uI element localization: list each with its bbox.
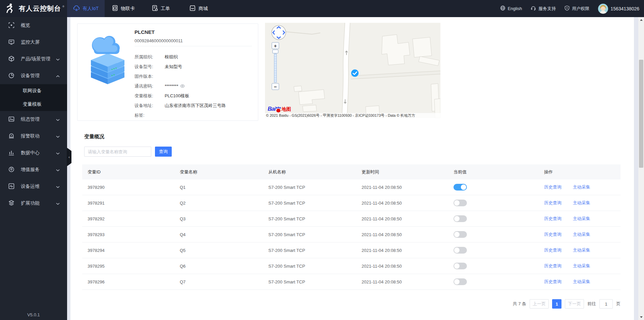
vertical-scrollbar[interactable] [638, 17, 644, 320]
pie-chart-icon [8, 72, 14, 79]
prev-page-button[interactable]: 上一页 [530, 299, 549, 309]
permission-label: 用户权限 [572, 6, 589, 12]
tab-work-order[interactable]: 工单 [142, 0, 180, 17]
device-fields: 所属组织: 根组织 设备型号: 未知型号 固件版本: 通讯密码: *******… [135, 52, 255, 120]
sidebar-item-device-management[interactable]: 设备管理 [0, 67, 67, 84]
device-illustration [86, 33, 129, 92]
map-zoom-out-button[interactable]: − [272, 83, 279, 90]
table-row: 3978290 Q1 S7-200 Smart TCP 2021-11-04 2… [82, 179, 621, 195]
sidebar-item-alarm-linkage[interactable]: 报警联动 [0, 128, 67, 145]
sidebar-item-product-scene[interactable]: 产品/场景管理 [0, 51, 67, 67]
sidebar-item-monitor-screen[interactable]: 监控大屏 [0, 34, 67, 51]
current-value-toggle[interactable] [453, 215, 467, 222]
table-row: 3978294 Q5 S7-200 Smart TCP 2021-11-04 2… [82, 243, 621, 258]
avatar [598, 4, 608, 14]
value-added-icon [8, 166, 14, 173]
sidebar-item-device-ops[interactable]: 设备运维 [0, 178, 67, 195]
scroll-up-arrow[interactable] [638, 17, 644, 23]
cell-variable-id: 3978294 [82, 248, 174, 253]
sidebar-nav: 概览 监控大屏 产品/场景管理 设备 [0, 17, 67, 320]
map-pan-control[interactable] [271, 25, 286, 42]
chevron-down-icon [56, 134, 60, 139]
cell-variable-id: 3978291 [82, 201, 174, 206]
active-collect-link[interactable]: 主动采集 [573, 279, 590, 284]
map-device-marker[interactable] [351, 69, 359, 78]
tab-label: 工单 [161, 6, 170, 12]
table-row: 3978296 Q7 S7-200 Smart TCP 2021-11-04 2… [82, 274, 621, 290]
bar-chart-icon [8, 150, 14, 157]
storefront-icon [189, 5, 196, 12]
map-zoom-slider-thumb[interactable] [272, 50, 278, 53]
scroll-down-arrow[interactable] [638, 314, 644, 320]
history-query-link[interactable]: 历史查询 [544, 263, 561, 268]
sidebar-subitem-networked-devices[interactable]: 联网设备 [0, 84, 67, 98]
user-account[interactable]: 15634138026 [598, 4, 639, 14]
history-query-link[interactable]: 历史查询 [544, 232, 561, 237]
device-management-submenu: 联网设备 变量模板 [0, 84, 67, 111]
next-page-button[interactable]: 下一页 [565, 299, 584, 309]
sidebar-item-overview[interactable]: 概览 [0, 17, 67, 34]
sidebar-item-label: 组态管理 [21, 116, 40, 122]
current-value-toggle[interactable] [453, 184, 467, 191]
service-support[interactable]: 服务支持 [531, 5, 556, 12]
variables-table: 变量ID 变量名称 从机名称 更新时间 当前值 操作 3978290 Q1 S7… [82, 164, 621, 290]
current-value-toggle[interactable] [453, 247, 467, 254]
active-collect-link[interactable]: 主动采集 [573, 248, 590, 253]
goto-label: 前往 [587, 301, 596, 307]
cell-variable-name: Q1 [174, 185, 263, 190]
usr-person-logo-icon [5, 3, 15, 14]
sidebar-item-value-added-services[interactable]: 增值服务 [0, 161, 67, 178]
history-query-link[interactable]: 历史查询 [544, 248, 561, 253]
current-value-toggle[interactable] [453, 263, 467, 269]
scrollbar-thumb[interactable] [639, 60, 643, 168]
table-row: 3978292 Q3 S7-200 Smart TCP 2021-11-04 2… [82, 211, 621, 227]
history-query-link[interactable]: 历史查询 [544, 279, 561, 284]
cell-variable-id: 3978292 [82, 216, 174, 221]
brand-logo[interactable]: 有人云控制台 ® [0, 0, 67, 17]
current-value-toggle[interactable] [453, 200, 467, 206]
tab-usr-iot[interactable]: 有人IoT [67, 0, 105, 17]
active-collect-link[interactable]: 主动采集 [573, 184, 590, 190]
sidebar-item-label: 增值服务 [21, 167, 40, 173]
field-address: 设备地址: 山东省济南市历下区茂岭三号路 [135, 101, 255, 110]
field-variable-template: 变量模板: PLC100模板 [135, 91, 255, 101]
tab-mall[interactable]: 商城 [180, 0, 217, 17]
sidebar-item-data-center[interactable]: 数据中心 [0, 145, 67, 161]
active-collect-link[interactable]: 主动采集 [573, 232, 590, 237]
active-collect-link[interactable]: 主动采集 [573, 263, 590, 268]
history-query-link[interactable]: 历史查询 [544, 216, 561, 221]
history-query-link[interactable]: 历史查询 [544, 200, 561, 205]
active-collect-link[interactable]: 主动采集 [573, 216, 590, 221]
baidu-map[interactable]: + − Bai 地图 © 2021 Baidu - GS(2021)6026号 … [265, 23, 440, 118]
app-title: 有人云控制台 [19, 4, 61, 13]
sidebar-subitem-variable-templates[interactable]: 变量模板 [0, 98, 67, 111]
current-value-toggle[interactable] [453, 231, 467, 238]
goto-page-input[interactable] [599, 299, 613, 309]
map-zoom-slider-track[interactable] [274, 54, 277, 83]
current-value-toggle[interactable] [453, 278, 467, 285]
field-label: 设备型号: [135, 64, 165, 70]
user-permission[interactable]: 用户权限 [565, 5, 589, 12]
cell-slave-name: S7-200 Smart TCP [263, 216, 356, 221]
goto-suffix-label: 页 [616, 301, 621, 307]
active-collect-link[interactable]: 主动采集 [573, 200, 590, 205]
field-label: 标签: [135, 112, 165, 118]
field-value: ******** [165, 84, 178, 89]
variable-search-input[interactable] [84, 147, 151, 157]
eye-icon[interactable] [180, 84, 185, 88]
sidebar-item-extensions[interactable]: 扩展功能 [0, 195, 67, 212]
history-query-link[interactable]: 历史查询 [544, 184, 561, 190]
map-zoom-in-button[interactable]: + [272, 42, 279, 49]
language-switcher[interactable]: English [500, 5, 522, 12]
top-navbar: 有人云控制台 ® 有人IoT 物联卡 工单 [0, 0, 644, 17]
search-button[interactable]: 查询 [155, 147, 172, 157]
sidebar-item-configuration[interactable]: 组态管理 [0, 111, 67, 128]
tab-label: 物联卡 [121, 6, 135, 12]
page-number-1[interactable]: 1 [552, 299, 561, 309]
table-row: 3978291 Q2 S7-200 Smart TCP 2021-11-04 2… [82, 195, 621, 211]
sidebar-item-label: 产品/场景管理 [21, 56, 50, 62]
tab-iot-card[interactable]: 物联卡 [105, 0, 142, 17]
chevron-down-icon [56, 117, 60, 122]
field-value: 山东省济南市历下区茂岭三号路 [165, 103, 226, 109]
field-label: 固件版本: [135, 73, 165, 79]
